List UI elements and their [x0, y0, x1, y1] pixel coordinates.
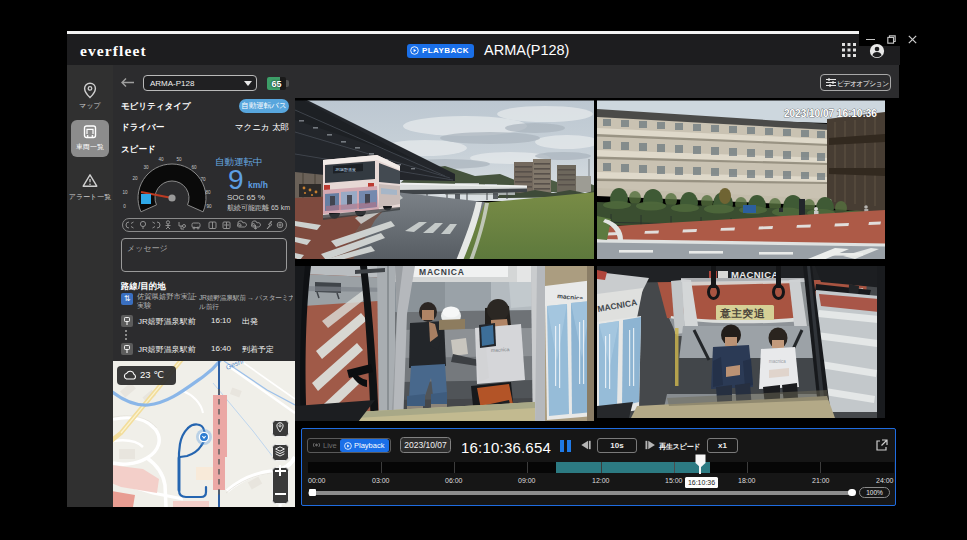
svg-text:JR嬉野温泉: JR嬉野温泉: [335, 167, 356, 172]
svg-text:macnica: macnica: [769, 359, 786, 364]
svg-text:20: 20: [132, 176, 138, 181]
svg-text:意主突追: 意主突追: [719, 307, 765, 319]
svg-text:50: 50: [176, 157, 182, 162]
svg-text:macnica: macnica: [491, 346, 510, 353]
svg-text:10: 10: [122, 190, 128, 195]
svg-text:30: 30: [143, 165, 149, 170]
svg-text:90: 90: [206, 204, 212, 209]
svg-text:60: 60: [191, 165, 197, 170]
svg-text:70: 70: [200, 177, 206, 182]
svg-text:MACNICA: MACNICA: [419, 267, 465, 277]
svg-text:80: 80: [205, 190, 211, 195]
svg-text:40: 40: [158, 157, 164, 162]
svg-text:2023/10/07 16:10:36: 2023/10/07 16:10:36: [784, 108, 877, 119]
svg-text:0: 0: [123, 204, 126, 209]
